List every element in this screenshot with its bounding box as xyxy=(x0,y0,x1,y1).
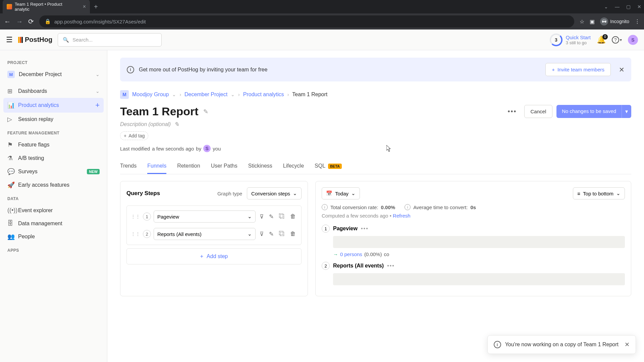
more-options-button[interactable]: ••• xyxy=(504,106,520,117)
toast-close-icon[interactable]: ✕ xyxy=(625,341,630,348)
cancel-button[interactable]: Cancel xyxy=(524,105,553,118)
info-icon[interactable]: i xyxy=(405,204,411,210)
reload-button[interactable]: ⟳ xyxy=(28,17,34,25)
tab-trends[interactable]: Trends xyxy=(120,159,137,174)
delete-icon[interactable]: 🗑 xyxy=(289,212,297,221)
url-input[interactable]: 🔒 app.posthog.com/insights/SX27Ases/edit xyxy=(39,15,574,27)
tab-user-paths[interactable]: User Paths xyxy=(211,159,237,174)
copy-icon[interactable]: ⿻ xyxy=(278,212,286,221)
notifications-button[interactable]: 🔔 0 xyxy=(597,36,606,44)
browser-tab[interactable]: Team 1 Report • Product analytic × xyxy=(3,0,90,14)
results-panel: 📅 Today ⌄ ≡ Top to bottom ⌄ i Total conv… xyxy=(315,181,631,296)
edit-icon[interactable]: ✎ xyxy=(268,212,275,222)
sidebar-item-product-analytics[interactable]: 📊 Product analytics + xyxy=(3,98,104,113)
sidebar-item-session-replay[interactable]: ▷ Session replay xyxy=(3,113,104,126)
edit-icon[interactable]: ✎ xyxy=(268,229,275,239)
user-avatar[interactable]: S xyxy=(628,35,638,45)
new-tab-button[interactable]: + xyxy=(94,3,98,11)
sidebar-item-dashboards[interactable]: ⊞ Dashboards ⌄ xyxy=(3,84,104,98)
query-step-2: ⋮⋮ 2 Reports (All events)⌄ ⊽ ✎ ⿻ 🗑 xyxy=(129,225,299,243)
tab-sql[interactable]: SQL BETA xyxy=(315,159,342,174)
beta-badge: BETA xyxy=(328,164,342,169)
sort-dropdown[interactable]: ≡ Top to bottom ⌄ xyxy=(573,187,625,199)
copy-icon[interactable]: ⿻ xyxy=(278,229,286,239)
bookmark-icon[interactable]: ☆ xyxy=(580,18,584,25)
project-name: December Project xyxy=(19,71,62,77)
posthog-logo[interactable]: PostHog xyxy=(18,36,52,44)
add-tag-button[interactable]: + Add tag xyxy=(120,131,148,140)
forward-button[interactable]: → xyxy=(16,18,23,25)
quick-start-button[interactable]: 3 Quick Start 3 still to go xyxy=(550,34,591,46)
info-icon[interactable]: i xyxy=(322,204,328,210)
plus-icon: + xyxy=(552,67,555,72)
search-input[interactable]: 🔍 Search... xyxy=(58,33,162,47)
event-dropdown[interactable]: Reports (All events)⌄ xyxy=(154,228,256,240)
avg-time-value: 0s xyxy=(470,204,476,210)
tab-lifecycle[interactable]: Lifecycle xyxy=(283,159,304,174)
chevron-down-icon: ⌄ xyxy=(248,231,252,237)
breadcrumb-section[interactable]: Product analytics xyxy=(243,92,284,98)
drag-handle-icon[interactable]: ⋮⋮ xyxy=(131,231,140,237)
help-button[interactable]: ? ▾ xyxy=(612,36,622,44)
save-button[interactable]: No changes to be saved xyxy=(556,105,622,118)
incognito-badge[interactable]: 🕶 Incognito xyxy=(600,17,629,25)
sidebar-item-surveys[interactable]: 💬 Surveys NEW xyxy=(3,165,104,178)
banner-close-icon[interactable]: ✕ xyxy=(619,66,625,74)
persons-link[interactable]: 0 persons xyxy=(340,251,362,257)
menu-toggle-icon[interactable]: ☰ xyxy=(6,36,13,44)
funnel-step-2: 2 Reports (All events) ••• xyxy=(322,262,625,285)
app-header: ☰ PostHog 🔍 Search... 3 Quick Start 3 st… xyxy=(0,29,644,50)
org-badge: M xyxy=(120,90,129,99)
breadcrumb-project[interactable]: December Project xyxy=(184,92,227,98)
invite-team-button[interactable]: + Invite team members xyxy=(545,63,611,76)
delete-icon[interactable]: 🗑 xyxy=(289,229,297,239)
refresh-link[interactable]: Refresh xyxy=(393,213,411,219)
tab-retention[interactable]: Retention xyxy=(177,159,200,174)
drag-handle-icon[interactable]: ⋮⋮ xyxy=(131,214,140,219)
filter-icon[interactable]: ⊽ xyxy=(258,212,265,222)
query-step-1: ⋮⋮ 1 Pageview⌄ ⊽ ✎ ⿻ 🗑 xyxy=(129,208,299,225)
favicon-icon xyxy=(7,4,12,9)
edit-desc-icon[interactable]: ✎ xyxy=(174,121,179,128)
sidebar-item-people[interactable]: 👥 People xyxy=(3,230,104,243)
project-selector[interactable]: M December Project ⌄ xyxy=(3,68,104,81)
add-step-button[interactable]: + Add step xyxy=(126,248,302,264)
help-icon: ? xyxy=(612,36,619,44)
more-icon[interactable]: ••• xyxy=(361,226,369,232)
edit-title-icon[interactable]: ✎ xyxy=(203,108,208,115)
more-icon[interactable]: ••• xyxy=(387,263,395,269)
filter-icon[interactable]: ⊽ xyxy=(258,229,265,239)
browser-menu-icon[interactable]: ⋮ xyxy=(635,18,640,25)
sidebar-item-early-access[interactable]: 🚀 Early access features xyxy=(3,178,104,192)
save-dropdown-button[interactable]: ▾ xyxy=(622,105,631,118)
back-button[interactable]: ← xyxy=(4,18,11,25)
tab-close-icon[interactable]: × xyxy=(83,4,86,10)
minimize-icon[interactable]: ― xyxy=(615,4,620,9)
close-window-icon[interactable]: ✕ xyxy=(637,4,641,9)
sidebar-item-data-management[interactable]: 🗄 Data management xyxy=(3,217,104,230)
maximize-icon[interactable]: ▢ xyxy=(626,4,631,9)
sidebar-item-feature-flags[interactable]: ⚑ Feature flags xyxy=(3,138,104,152)
plus-icon[interactable]: + xyxy=(95,101,100,110)
progress-ring-icon: 3 xyxy=(550,34,562,46)
tab-stickiness[interactable]: Stickiness xyxy=(248,159,272,174)
sidebar-item-ab-testing[interactable]: ⚗ A/B testing xyxy=(3,152,104,165)
event-dropdown[interactable]: Pageview⌄ xyxy=(154,210,256,223)
description-field[interactable]: Description (optional) ✎ xyxy=(120,121,631,128)
extensions-icon[interactable]: ▣ xyxy=(590,18,595,25)
chevron-down-icon[interactable]: ⌄ xyxy=(231,92,235,97)
date-range-dropdown[interactable]: 📅 Today ⌄ xyxy=(322,187,360,199)
breadcrumb-org[interactable]: Moodjoy Group xyxy=(132,92,169,98)
computed-time: Computed a few seconds ago xyxy=(322,213,388,219)
chevron-down-icon[interactable]: ⌄ xyxy=(172,92,176,97)
sidebar-item-event-explorer[interactable]: ((•)) Event explorer xyxy=(3,204,104,217)
step-number: 2 xyxy=(143,230,151,238)
arrow-right-icon: → xyxy=(333,251,338,257)
chevron-down-icon[interactable]: ⌄ xyxy=(604,4,608,9)
graph-type-dropdown[interactable]: Conversion steps ⌄ xyxy=(247,187,302,199)
step-name: Pageview xyxy=(333,226,358,232)
toast-notification: i You're now working on a copy of Team 1… xyxy=(487,335,636,354)
step-name: Reports (All events) xyxy=(333,263,384,269)
tab-funnels[interactable]: Funnels xyxy=(147,159,166,174)
incognito-icon: 🕶 xyxy=(600,17,608,25)
